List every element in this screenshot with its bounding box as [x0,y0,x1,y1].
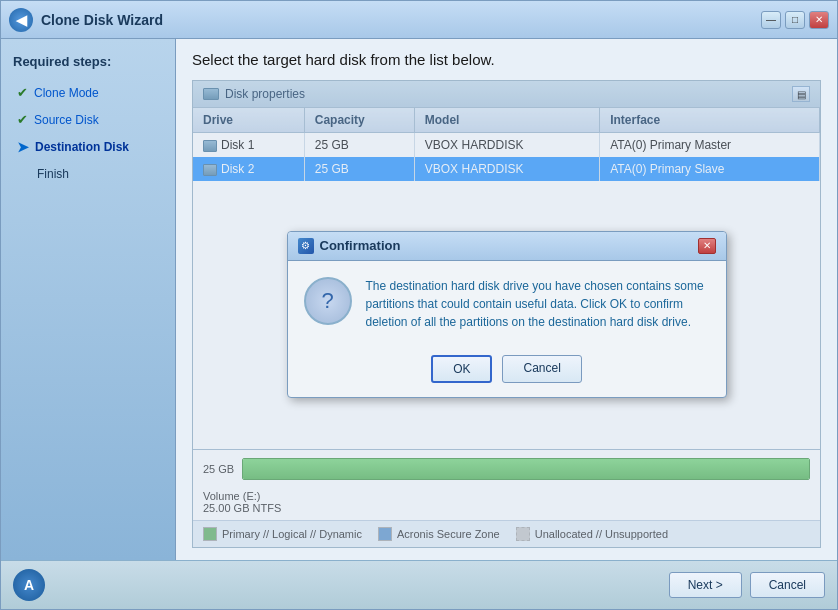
sidebar: Required steps: ✔ Clone Mode ✔ Source Di… [1,39,176,560]
dialog-title-bar: ⚙ Confirmation ✕ [288,232,726,261]
page-title: Select the target hard disk from the lis… [192,51,821,68]
disk-properties-panel: Disk properties ▤ Drive Capacity Model I… [192,80,821,548]
dialog-title-text: Confirmation [320,238,401,253]
warning-icon: ? [304,277,352,325]
footer-logo: A [13,569,45,601]
sidebar-item-finish: Finish [13,163,163,185]
cancel-button[interactable]: Cancel [750,572,825,598]
title-bar: ◀ Clone Disk Wizard — □ ✕ [1,1,837,39]
dialog-title-icon: ⚙ [298,238,314,254]
footer: A Next > Cancel [1,560,837,609]
sidebar-item-clone-mode[interactable]: ✔ Clone Mode [13,81,163,104]
clone-mode-link[interactable]: Clone Mode [34,86,99,100]
title-bar-buttons: — □ ✕ [761,11,829,29]
close-button[interactable]: ✕ [809,11,829,29]
main-content: Required steps: ✔ Clone Mode ✔ Source Di… [1,39,837,560]
ok-button[interactable]: OK [431,355,492,383]
right-panel: Select the target hard disk from the lis… [176,39,837,560]
dialog-footer: OK Cancel [288,347,726,397]
minimize-button[interactable]: — [761,11,781,29]
source-disk-link[interactable]: Source Disk [34,113,99,127]
sidebar-title: Required steps: [13,54,163,69]
dialog-cancel-button[interactable]: Cancel [502,355,581,383]
dialog-title-left: ⚙ Confirmation [298,238,401,254]
arrow-icon-destination: ➤ [17,139,29,155]
sidebar-item-destination-disk: ➤ Destination Disk [13,135,163,159]
check-icon-source: ✔ [17,112,28,127]
maximize-button[interactable]: □ [785,11,805,29]
app-icon: ◀ [9,8,33,32]
sidebar-item-source-disk[interactable]: ✔ Source Disk [13,108,163,131]
destination-disk-label: Destination Disk [35,140,129,154]
confirmation-dialog: ⚙ Confirmation ✕ ? The destination hard … [287,231,727,398]
confirmation-dialog-overlay: ⚙ Confirmation ✕ ? The destination hard … [193,81,820,547]
dialog-message: The destination hard disk drive you have… [366,277,710,331]
finish-label: Finish [37,167,69,181]
dialog-body: ? The destination hard disk drive you ha… [288,261,726,347]
next-button[interactable]: Next > [669,572,742,598]
dialog-close-button[interactable]: ✕ [698,238,716,254]
main-window: ◀ Clone Disk Wizard — □ ✕ Required steps… [0,0,838,610]
check-icon-clone: ✔ [17,85,28,100]
window-title: Clone Disk Wizard [41,12,761,28]
